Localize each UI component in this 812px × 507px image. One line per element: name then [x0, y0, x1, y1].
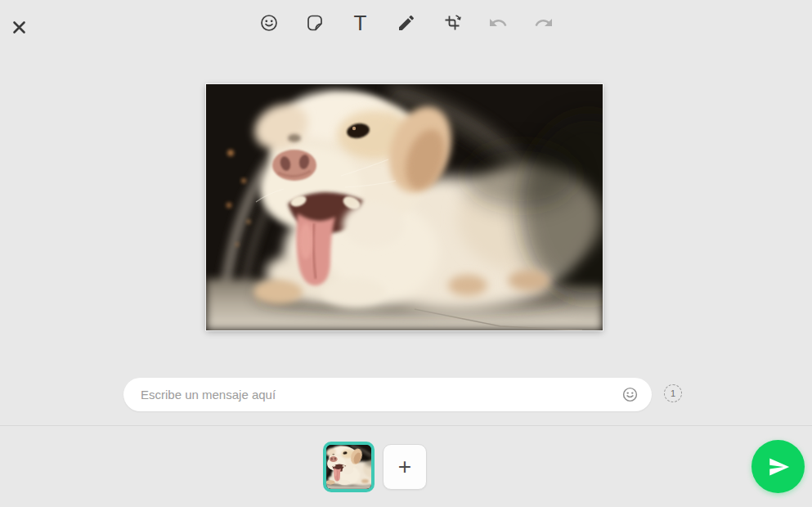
- undo-icon: [488, 13, 508, 33]
- caption-bar: [123, 378, 652, 411]
- footer-bar: +: [0, 426, 812, 507]
- undo-button[interactable]: [487, 11, 509, 35]
- emoji-icon: [621, 386, 639, 403]
- selected-count-badge: 1: [664, 384, 682, 402]
- thumbnail-selected[interactable]: [323, 442, 375, 492]
- text-tool-button[interactable]: T: [349, 11, 371, 35]
- sticker-tool-button[interactable]: [303, 11, 325, 35]
- add-media-button[interactable]: +: [383, 444, 427, 490]
- photo-preview: [206, 84, 603, 330]
- redo-button[interactable]: [532, 11, 554, 35]
- caption-input[interactable]: [123, 378, 619, 411]
- send-button[interactable]: [751, 440, 805, 493]
- puppy-photo: [206, 84, 603, 330]
- editor-topbar: T: [0, 0, 812, 44]
- send-icon: [766, 455, 791, 479]
- crop-tool-button[interactable]: [441, 11, 463, 35]
- selected-count-value: 1: [671, 388, 675, 398]
- caption-emoji-button[interactable]: [619, 378, 652, 411]
- image-editor-screen: T: [0, 0, 812, 507]
- emoji-icon: [259, 13, 279, 33]
- sticker-icon: [305, 13, 325, 33]
- text-tool-icon: T: [354, 12, 367, 34]
- pencil-icon: [397, 13, 416, 33]
- redo-icon: [534, 13, 554, 33]
- thumbnail-image: [326, 445, 371, 489]
- crop-rotate-icon: [442, 13, 462, 33]
- draw-tool-button[interactable]: [395, 11, 417, 35]
- emoji-tool-button[interactable]: [258, 11, 280, 35]
- editor-toolbar: T: [0, 8, 812, 38]
- plus-icon: +: [398, 455, 411, 478]
